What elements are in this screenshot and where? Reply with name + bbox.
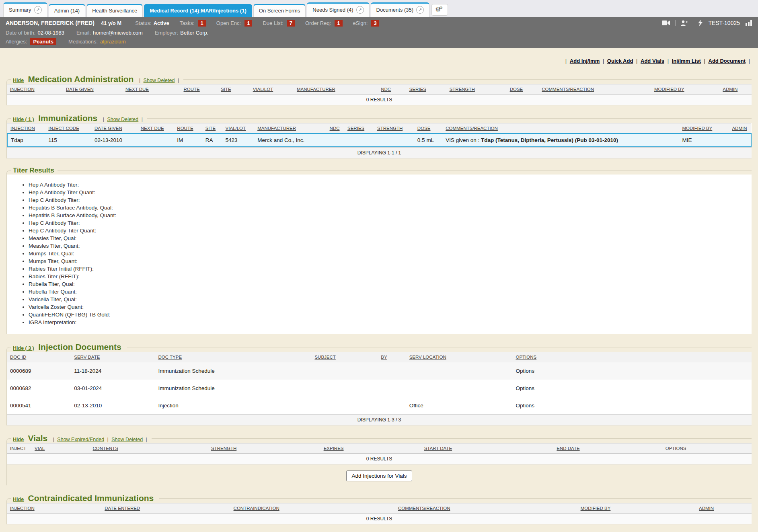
column-header[interactable]: MODIFIED BY [679, 123, 729, 134]
document-row[interactable]: 0000682 03-01-2024 Immunization Schedule… [7, 380, 752, 397]
tasks-count-badge[interactable]: 1 [198, 20, 206, 27]
add-document-link[interactable]: Add Document [709, 58, 746, 64]
options-link[interactable]: Options [516, 403, 534, 409]
column-header[interactable]: SERIES [344, 123, 374, 134]
column-header[interactable]: MANUFACTURER [254, 123, 326, 134]
cell-vial-lot: 5423 [222, 134, 255, 147]
popout-icon[interactable]: ↗ [356, 6, 364, 14]
column-header[interactable]: ROUTE [174, 123, 202, 134]
hide-vials-link[interactable]: Hide [13, 437, 24, 442]
column-header[interactable]: STRENGTH [374, 123, 414, 134]
tab-summary[interactable]: Summary ↗ [3, 2, 47, 17]
column-header[interactable]: COMMENTS/REACTION [442, 123, 679, 134]
column-header[interactable]: DOC TYPE [155, 352, 312, 362]
video-camera-icon[interactable] [662, 20, 670, 26]
tab-needs-signed[interactable]: Needs Signed (4) ↗ [307, 2, 369, 17]
inj-imm-list-link[interactable]: Inj/Imm List [672, 58, 701, 64]
column-header[interactable]: ADMIN [729, 123, 751, 134]
hide-med-admin-link[interactable]: Hide [13, 78, 24, 83]
order-req-count-badge[interactable]: 1 [335, 20, 342, 27]
column-header[interactable]: SITE [218, 84, 250, 94]
due-list-count-badge[interactable]: 7 [287, 20, 295, 27]
column-header[interactable]: DATE GIVEN [91, 123, 138, 134]
show-deleted-link[interactable]: Show Deleted [111, 437, 143, 442]
column-header[interactable]: MODIFIED BY [651, 84, 719, 94]
show-deleted-link[interactable]: Show Deleted [144, 78, 175, 83]
column-header[interactable]: SITE [202, 123, 222, 134]
tab-documents[interactable]: Documents (35) ↗ [371, 2, 429, 17]
column-header[interactable]: NDC [378, 84, 406, 94]
column-header[interactable]: NEXT DUE [138, 123, 174, 134]
show-deleted-link[interactable]: Show Deleted [107, 117, 138, 122]
popout-icon[interactable]: ↗ [416, 6, 424, 14]
tab-on-screen-forms[interactable]: On Screen Forms [253, 4, 306, 17]
column-header[interactable]: ADMIN [719, 84, 752, 94]
column-header[interactable]: NEXT DUE [122, 84, 180, 94]
document-row[interactable]: 0000541 02-13-2010 Injection Office Opti… [7, 397, 752, 414]
column-header[interactable]: CONTRAINDICATION [230, 503, 395, 514]
column-header[interactable]: DATE ENTERED [101, 503, 230, 514]
column-header[interactable]: STRENGTH [446, 84, 507, 94]
cell-serv-date: 03-01-2024 [71, 380, 155, 397]
add-person-icon[interactable] [680, 20, 688, 26]
cell-modified-by: MIE [679, 134, 729, 147]
add-vials-link[interactable]: Add Vials [641, 58, 664, 64]
tab-medical-record-active[interactable]: Medical Record (14):MAR/Injections (1) [144, 4, 252, 17]
allergy-badge[interactable]: Peanuts [30, 38, 56, 45]
quick-add-link[interactable]: Quick Add [607, 58, 633, 64]
column-header[interactable]: ADMIN [696, 503, 752, 514]
column-header[interactable]: SERV LOCATION [406, 352, 513, 362]
chart-icon[interactable] [746, 20, 752, 26]
column-header[interactable]: START DATE [421, 444, 554, 454]
column-header[interactable]: COMMENTS/REACTION [538, 84, 651, 94]
options-link[interactable]: Options [516, 385, 534, 391]
column-header[interactable]: DOSE [414, 123, 442, 134]
column-header[interactable]: INJECTION [7, 503, 101, 514]
show-expired-ended-link[interactable]: Show Expired/Ended [57, 437, 104, 442]
column-header[interactable]: VIAL/LOT [222, 123, 255, 134]
column-header[interactable]: INJECTION [7, 123, 45, 134]
column-header[interactable]: OPTIONS [512, 352, 752, 362]
column-header[interactable]: DOC ID [7, 352, 71, 362]
cell-route: IM [174, 134, 202, 147]
lightning-icon[interactable] [698, 20, 703, 26]
immunization-row[interactable]: Tdap 115 02-13-2010 IM RA 5423 Merck and… [7, 134, 751, 147]
hide-injection-documents-link[interactable]: Hide ( 3 ) [13, 345, 34, 351]
tab-admin[interactable]: Admin (14) [49, 4, 86, 17]
hide-immunizations-link[interactable]: Hide ( 1 ) [13, 117, 34, 122]
column-header[interactable]: STRENGTH [208, 444, 320, 454]
column-header[interactable]: END DATE [553, 444, 662, 454]
column-header[interactable]: ROUTE [181, 84, 218, 94]
column-header[interactable]: VIAL/LOT [250, 84, 294, 94]
add-inj-imm-link[interactable]: Add Inj/Imm [570, 58, 600, 64]
titer-item: Hepatitis B Surface Antibody, Quant: [29, 212, 752, 219]
column-header[interactable]: SERV DATE [71, 352, 155, 362]
column-header[interactable]: CONTENTS [90, 444, 208, 454]
popout-icon[interactable]: ↗ [34, 6, 42, 14]
cell-serv-date: 11-18-2024 [71, 362, 155, 380]
column-header[interactable]: BY [378, 352, 406, 362]
medications-value[interactable]: alprazolam [100, 39, 126, 45]
column-header[interactable]: DATE GIVEN [63, 84, 122, 94]
hide-contraindicated-link[interactable]: Hide [13, 497, 24, 502]
column-header[interactable]: INJECT CODE [45, 123, 91, 134]
column-header[interactable]: COMMENTS/REACTION [395, 503, 577, 514]
column-header[interactable]: SERIES [406, 84, 446, 94]
options-link[interactable]: Options [516, 368, 534, 374]
column-header[interactable]: MANUFACTURER [294, 84, 378, 94]
action-links-row: | Add Inj/Imm | Quick Add | Add Vials | … [0, 48, 758, 74]
tab-health-surveillance[interactable]: Health Surveillance [86, 4, 143, 17]
settings-button[interactable]: ⚙⚙ [431, 4, 448, 16]
esign-count-badge[interactable]: 3 [371, 20, 379, 27]
column-header[interactable]: DOSE [507, 84, 539, 94]
column-header[interactable]: SUBJECT [311, 352, 378, 362]
open-enc-count-badge[interactable]: 1 [244, 20, 252, 27]
column-header[interactable]: MODIFIED BY [577, 503, 696, 514]
add-injections-for-vials-button[interactable]: Add Injections for Vials [346, 470, 412, 481]
column-header[interactable]: VIAL [31, 444, 89, 454]
column-header[interactable]: EXPIRES [320, 444, 421, 454]
column-header[interactable]: NDC [327, 123, 344, 134]
column-header[interactable]: INJECTION [7, 84, 63, 94]
document-row[interactable]: 0000689 11-18-2024 Immunization Schedule… [7, 362, 752, 380]
displaying-text: DISPLAYING 1-1 / 1 [7, 147, 752, 158]
